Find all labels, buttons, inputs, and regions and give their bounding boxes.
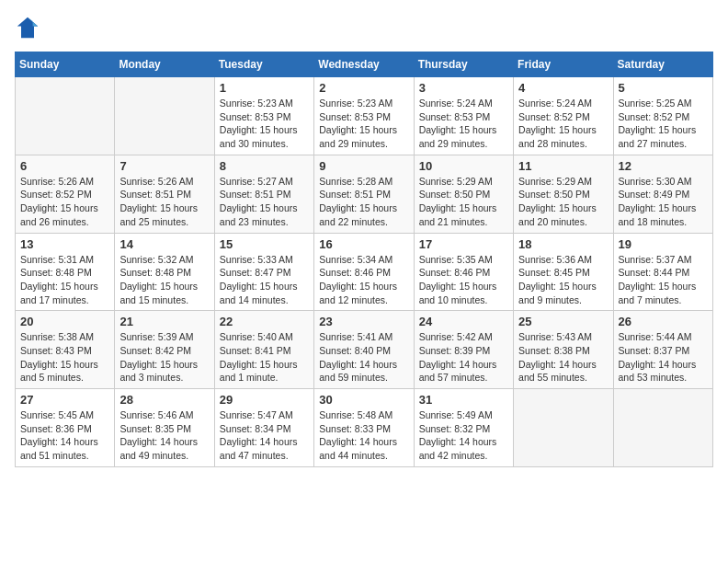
day-number: 23 bbox=[319, 315, 408, 328]
cell-info: Sunrise: 5:35 AM Sunset: 8:46 PM Dayligh… bbox=[419, 253, 508, 307]
calendar-cell: 2Sunrise: 5:23 AM Sunset: 8:53 PM Daylig… bbox=[314, 77, 414, 155]
day-number: 31 bbox=[419, 393, 508, 407]
calendar-cell bbox=[115, 77, 214, 155]
cell-info: Sunrise: 5:47 AM Sunset: 8:34 PM Dayligh… bbox=[220, 408, 309, 463]
calendar-cell bbox=[613, 389, 712, 467]
calendar-header-thursday: Thursday bbox=[414, 52, 513, 77]
cell-info: Sunrise: 5:28 AM Sunset: 8:51 PM Dayligh… bbox=[319, 175, 408, 229]
calendar-cell: 31Sunrise: 5:49 AM Sunset: 8:32 PM Dayli… bbox=[414, 389, 513, 467]
calendar-cell: 12Sunrise: 5:30 AM Sunset: 8:49 PM Dayli… bbox=[613, 155, 712, 233]
cell-info: Sunrise: 5:23 AM Sunset: 8:53 PM Dayligh… bbox=[220, 97, 309, 151]
cell-info: Sunrise: 5:42 AM Sunset: 8:39 PM Dayligh… bbox=[419, 330, 508, 385]
calendar-header-row: SundayMondayTuesdayWednesdayThursdayFrid… bbox=[16, 52, 713, 77]
day-number: 22 bbox=[220, 315, 309, 328]
day-number: 24 bbox=[419, 315, 508, 328]
calendar-cell bbox=[514, 389, 613, 467]
calendar-week-row: 13Sunrise: 5:31 AM Sunset: 8:48 PM Dayli… bbox=[16, 233, 713, 311]
day-number: 2 bbox=[319, 81, 408, 95]
cell-info: Sunrise: 5:40 AM Sunset: 8:41 PM Dayligh… bbox=[220, 330, 309, 385]
calendar-cell: 27Sunrise: 5:45 AM Sunset: 8:36 PM Dayli… bbox=[16, 389, 115, 467]
day-number: 17 bbox=[419, 237, 508, 251]
cell-info: Sunrise: 5:45 AM Sunset: 8:36 PM Dayligh… bbox=[20, 408, 109, 463]
day-number: 27 bbox=[20, 393, 109, 407]
cell-info: Sunrise: 5:44 AM Sunset: 8:37 PM Dayligh… bbox=[619, 330, 708, 385]
calendar-cell: 19Sunrise: 5:37 AM Sunset: 8:44 PM Dayli… bbox=[613, 233, 712, 311]
calendar-cell: 11Sunrise: 5:29 AM Sunset: 8:50 PM Dayli… bbox=[514, 155, 613, 233]
day-number: 28 bbox=[119, 393, 209, 407]
calendar-cell: 14Sunrise: 5:32 AM Sunset: 8:48 PM Dayli… bbox=[115, 233, 214, 311]
day-number: 12 bbox=[619, 159, 708, 173]
calendar-header-friday: Friday bbox=[514, 52, 613, 77]
day-number: 21 bbox=[119, 315, 209, 328]
cell-info: Sunrise: 5:39 AM Sunset: 8:42 PM Dayligh… bbox=[119, 330, 209, 385]
calendar-cell: 30Sunrise: 5:48 AM Sunset: 8:33 PM Dayli… bbox=[314, 389, 414, 467]
cell-info: Sunrise: 5:41 AM Sunset: 8:40 PM Dayligh… bbox=[319, 330, 408, 385]
day-number: 13 bbox=[20, 237, 109, 251]
logo-icon bbox=[15, 15, 40, 40]
cell-info: Sunrise: 5:30 AM Sunset: 8:49 PM Dayligh… bbox=[619, 175, 708, 229]
day-number: 9 bbox=[319, 159, 408, 173]
calendar-cell: 13Sunrise: 5:31 AM Sunset: 8:48 PM Dayli… bbox=[16, 233, 115, 311]
cell-info: Sunrise: 5:24 AM Sunset: 8:52 PM Dayligh… bbox=[518, 97, 608, 151]
calendar-cell: 29Sunrise: 5:47 AM Sunset: 8:34 PM Dayli… bbox=[214, 389, 313, 467]
cell-info: Sunrise: 5:24 AM Sunset: 8:53 PM Dayligh… bbox=[419, 97, 508, 151]
cell-info: Sunrise: 5:46 AM Sunset: 8:35 PM Dayligh… bbox=[119, 408, 209, 463]
calendar-header-sunday: Sunday bbox=[16, 52, 115, 77]
calendar-table: SundayMondayTuesdayWednesdayThursdayFrid… bbox=[15, 52, 713, 467]
calendar-cell: 5Sunrise: 5:25 AM Sunset: 8:52 PM Daylig… bbox=[613, 77, 712, 155]
cell-info: Sunrise: 5:38 AM Sunset: 8:43 PM Dayligh… bbox=[20, 330, 109, 385]
calendar-cell: 20Sunrise: 5:38 AM Sunset: 8:43 PM Dayli… bbox=[16, 311, 115, 389]
day-number: 8 bbox=[220, 159, 309, 173]
calendar-week-row: 6Sunrise: 5:26 AM Sunset: 8:52 PM Daylig… bbox=[16, 155, 713, 233]
calendar-cell: 28Sunrise: 5:46 AM Sunset: 8:35 PM Dayli… bbox=[115, 389, 214, 467]
calendar-header-tuesday: Tuesday bbox=[214, 52, 313, 77]
svg-marker-0 bbox=[17, 17, 38, 38]
cell-info: Sunrise: 5:33 AM Sunset: 8:47 PM Dayligh… bbox=[220, 253, 309, 307]
calendar-cell: 24Sunrise: 5:42 AM Sunset: 8:39 PM Dayli… bbox=[414, 311, 513, 389]
cell-info: Sunrise: 5:49 AM Sunset: 8:32 PM Dayligh… bbox=[419, 408, 508, 463]
calendar-cell: 9Sunrise: 5:28 AM Sunset: 8:51 PM Daylig… bbox=[314, 155, 414, 233]
day-number: 1 bbox=[220, 81, 309, 95]
day-number: 5 bbox=[619, 81, 708, 95]
day-number: 6 bbox=[20, 159, 109, 173]
calendar-week-row: 1Sunrise: 5:23 AM Sunset: 8:53 PM Daylig… bbox=[16, 77, 713, 155]
day-number: 7 bbox=[119, 159, 209, 173]
day-number: 26 bbox=[619, 315, 708, 328]
cell-info: Sunrise: 5:26 AM Sunset: 8:52 PM Dayligh… bbox=[20, 175, 109, 229]
cell-info: Sunrise: 5:26 AM Sunset: 8:51 PM Dayligh… bbox=[119, 175, 209, 229]
calendar-cell: 6Sunrise: 5:26 AM Sunset: 8:52 PM Daylig… bbox=[16, 155, 115, 233]
calendar-cell bbox=[16, 77, 115, 155]
cell-info: Sunrise: 5:34 AM Sunset: 8:46 PM Dayligh… bbox=[319, 253, 408, 307]
day-number: 15 bbox=[220, 237, 309, 251]
cell-info: Sunrise: 5:29 AM Sunset: 8:50 PM Dayligh… bbox=[518, 175, 608, 229]
calendar-header-wednesday: Wednesday bbox=[314, 52, 414, 77]
day-number: 10 bbox=[419, 159, 508, 173]
cell-info: Sunrise: 5:27 AM Sunset: 8:51 PM Dayligh… bbox=[220, 175, 309, 229]
calendar-cell: 26Sunrise: 5:44 AM Sunset: 8:37 PM Dayli… bbox=[613, 311, 712, 389]
calendar-cell: 1Sunrise: 5:23 AM Sunset: 8:53 PM Daylig… bbox=[214, 77, 313, 155]
cell-info: Sunrise: 5:23 AM Sunset: 8:53 PM Dayligh… bbox=[319, 97, 408, 151]
calendar-header-monday: Monday bbox=[115, 52, 214, 77]
cell-info: Sunrise: 5:43 AM Sunset: 8:38 PM Dayligh… bbox=[518, 330, 608, 385]
day-number: 29 bbox=[220, 393, 309, 407]
cell-info: Sunrise: 5:31 AM Sunset: 8:48 PM Dayligh… bbox=[20, 253, 109, 307]
day-number: 3 bbox=[419, 81, 508, 95]
calendar-cell: 17Sunrise: 5:35 AM Sunset: 8:46 PM Dayli… bbox=[414, 233, 513, 311]
calendar-cell: 18Sunrise: 5:36 AM Sunset: 8:45 PM Dayli… bbox=[514, 233, 613, 311]
calendar-cell: 4Sunrise: 5:24 AM Sunset: 8:52 PM Daylig… bbox=[514, 77, 613, 155]
calendar-cell: 15Sunrise: 5:33 AM Sunset: 8:47 PM Dayli… bbox=[214, 233, 313, 311]
day-number: 20 bbox=[20, 315, 109, 328]
calendar-header-saturday: Saturday bbox=[613, 52, 712, 77]
day-number: 4 bbox=[518, 81, 608, 95]
day-number: 16 bbox=[319, 237, 408, 251]
day-number: 11 bbox=[518, 159, 608, 173]
calendar-cell: 8Sunrise: 5:27 AM Sunset: 8:51 PM Daylig… bbox=[214, 155, 313, 233]
calendar-week-row: 20Sunrise: 5:38 AM Sunset: 8:43 PM Dayli… bbox=[16, 311, 713, 389]
calendar-cell: 10Sunrise: 5:29 AM Sunset: 8:50 PM Dayli… bbox=[414, 155, 513, 233]
day-number: 30 bbox=[319, 393, 408, 407]
cell-info: Sunrise: 5:48 AM Sunset: 8:33 PM Dayligh… bbox=[319, 408, 408, 463]
day-number: 19 bbox=[619, 237, 708, 251]
day-number: 14 bbox=[119, 237, 209, 251]
page-header bbox=[15, 15, 713, 40]
calendar-cell: 7Sunrise: 5:26 AM Sunset: 8:51 PM Daylig… bbox=[115, 155, 214, 233]
